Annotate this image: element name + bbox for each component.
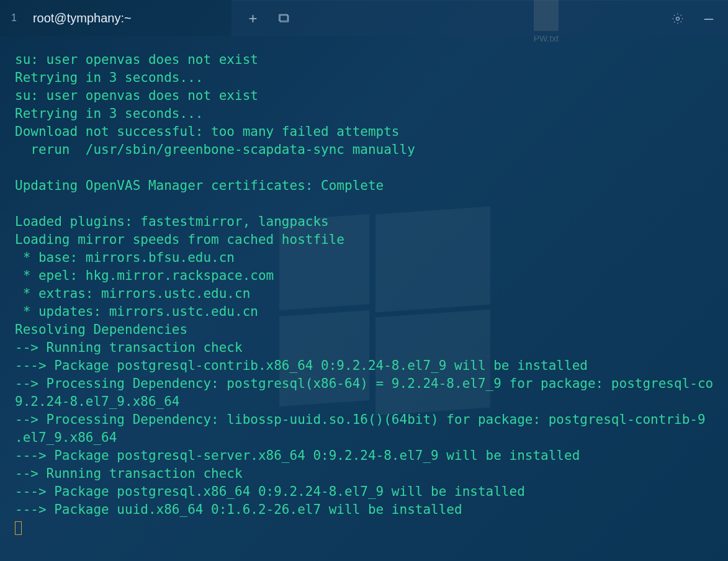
svg-point-2 [676,17,680,20]
terminal-line: Loaded plugins: fastestmirror, langpacks [15,213,713,231]
terminal-line [15,195,713,213]
split-pane-button[interactable] [269,1,300,37]
settings-button[interactable] [662,1,693,37]
terminal-line: Resolving Dependencies [15,321,713,339]
terminal-line: su: user openvas does not exist [15,51,713,69]
terminal-line: * updates: mirrors.ustc.edu.cn [15,303,713,321]
terminal-titlebar: 1 root@tymphany:~ + [0,0,728,36]
plus-icon: + [249,10,258,27]
gear-icon [672,12,684,25]
terminal-line: --> Processing Dependency: postgresql(x8… [15,375,713,393]
tab-index: 1 [11,12,17,24]
terminal-output[interactable]: su: user openvas does not existRetrying … [0,36,728,540]
terminal-line: ---> Package postgresql-server.x86_64 0:… [15,447,713,465]
terminal-line [15,159,713,177]
terminal-line: Updating OpenVAS Manager certificates: C… [15,177,713,195]
terminal-line: su: user openvas does not exist [15,87,713,105]
terminal-window: 1 root@tymphany:~ + [0,0,728,561]
new-tab-button[interactable]: + [238,1,269,37]
panes-icon [279,13,290,24]
terminal-line: Retrying in 3 seconds... [15,69,713,87]
minimize-icon: – [704,9,713,28]
terminal-line: * base: mirrors.bfsu.edu.cn [15,249,713,267]
desktop-background: PW.txt 1 root@tymphany:~ + [0,0,728,561]
terminal-line: 9.2.24-8.el7_9.x86_64 [15,393,713,411]
terminal-line: * extras: mirrors.ustc.edu.cn [15,285,713,303]
terminal-line: ---> Package postgresql-contrib.x86_64 0… [15,357,713,375]
terminal-line: --> Processing Dependency: libossp-uuid.… [15,411,713,429]
terminal-line: --> Running transaction check [15,465,713,483]
terminal-line: Loading mirror speeds from cached hostfi… [15,231,713,249]
terminal-line: --> Running transaction check [15,339,713,357]
terminal-line: rerun /usr/sbin/greenbone-scapdata-sync … [15,141,713,159]
minimize-button[interactable]: – [693,1,724,37]
titlebar-toolbar: + – [231,0,728,36]
terminal-cursor [15,521,22,535]
terminal-line: ---> Package uuid.x86_64 0:1.6.2-26.el7 … [15,501,713,519]
terminal-line: ---> Package postgresql.x86_64 0:9.2.24-… [15,483,713,501]
terminal-line: .el7_9.x86_64 [15,429,713,447]
terminal-line: * epel: hkg.mirror.rackspace.com [15,267,713,285]
tab-title: root@tymphany:~ [33,11,132,25]
terminal-line: Retrying in 3 seconds... [15,105,713,123]
terminal-tab-1[interactable]: 1 root@tymphany:~ [0,0,231,36]
terminal-line: Download not successful: too many failed… [15,123,713,141]
